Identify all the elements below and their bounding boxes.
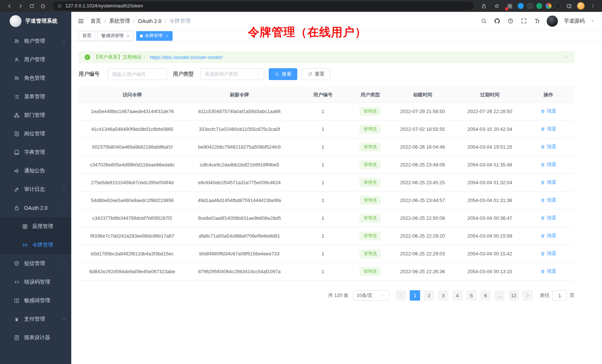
force-logout-button[interactable]: 强退 [540, 161, 556, 168]
share-icon[interactable] [479, 1, 488, 10]
user-name[interactable]: 芋道源码 [564, 18, 585, 24]
page-button[interactable]: 6 [480, 290, 491, 301]
tab-token-management[interactable]: 令牌管理 [136, 31, 173, 41]
fullscreen-icon[interactable] [520, 17, 527, 25]
breadcrumb-item-home[interactable]: 首页 [91, 18, 101, 24]
sidebar-item-label: 审计日志 [24, 186, 45, 193]
col-refresh-token: 刷新令牌 [186, 87, 293, 103]
page-button[interactable]: 4 [452, 290, 462, 301]
extension-icon[interactable] [546, 3, 552, 9]
sidebar-item[interactable]: 敏感词管理 [0, 291, 71, 310]
sidebar-item-label: 通知公告 [24, 168, 45, 174]
sidebar-item[interactable]: 令牌管理 [0, 236, 71, 254]
bookmark-star-icon[interactable] [492, 1, 501, 10]
sidebar-collapse-icon[interactable] [71, 12, 91, 30]
page-ellipsis-button[interactable]: ... [494, 290, 505, 301]
cell-actions: 强退 [522, 227, 575, 245]
user-icon [13, 57, 20, 63]
force-logout-button[interactable]: 强退 [540, 268, 556, 275]
sidebar-item[interactable]: 通知公告 [0, 162, 71, 180]
goto-page-input[interactable] [552, 290, 567, 301]
user-avatar[interactable] [547, 16, 558, 27]
cell-created-time: 2022-06-26 18:04:46 [387, 138, 457, 156]
page-button[interactable]: 3 [438, 290, 448, 301]
sidebar-item[interactable]: 角色管理 [0, 69, 71, 87]
alert-close-icon[interactable] [564, 55, 569, 60]
page-size-select[interactable]: 10条/页 [353, 290, 389, 301]
page-button[interactable]: 12 [508, 290, 519, 301]
sidebar-item[interactable]: 短信管理 [0, 254, 71, 273]
sidebar-item[interactable]: 菜单管理 [0, 87, 71, 106]
col-actions: 操作 [522, 87, 575, 103]
user-type-select[interactable]: 请选择用户类型 [200, 68, 264, 80]
page-size-value: 10条/页 [357, 292, 372, 299]
docs-link[interactable]: https://doc.iocoder.cn/user-center/ [150, 54, 223, 60]
trash-icon [540, 269, 545, 274]
sidebar-item[interactable]: 字典管理 [0, 143, 71, 162]
app-logo[interactable]: 芋道管理系统 [0, 12, 71, 30]
extension-icon[interactable] [536, 3, 542, 9]
tab-home[interactable]: 首页 [79, 31, 95, 41]
extension-icon[interactable] [505, 1, 514, 10]
sidebar-item[interactable]: 用户管理 [0, 50, 71, 69]
search-icon[interactable] [480, 17, 487, 25]
github-icon[interactable] [493, 17, 501, 25]
user-id-input[interactable] [108, 68, 167, 80]
browser-menu-icon[interactable] [588, 1, 598, 10]
sidebar-item[interactable]: 审计日志 [0, 180, 71, 199]
search-button[interactable]: 搜索 [269, 68, 297, 80]
close-icon[interactable] [126, 34, 130, 38]
page-button[interactable]: 1 [410, 290, 420, 301]
force-logout-button[interactable]: 强退 [540, 108, 556, 115]
force-logout-button[interactable]: 强退 [540, 179, 556, 186]
sidebar-item[interactable]: 错误码管理 [0, 273, 71, 291]
sidebar-item[interactable]: 应用管理 [0, 217, 71, 236]
force-logout-button[interactable]: 强退 [540, 232, 556, 239]
cell-access-token: f9336e7c7dd242a283ee98dc86b17a87 [79, 227, 186, 245]
sidebar-item[interactable]: OAuth 2.0 [0, 199, 71, 217]
site-info-icon[interactable] [57, 4, 62, 9]
page-button[interactable]: 2 [424, 290, 434, 301]
user-id-value: 1 [321, 198, 324, 203]
columns-icon [13, 298, 20, 304]
extension-icon[interactable] [518, 3, 524, 9]
browser-back-icon[interactable] [4, 1, 14, 10]
browser-profile-avatar[interactable] [577, 2, 585, 10]
force-logout-button[interactable]: 强退 [540, 143, 556, 150]
sidebar-item[interactable]: 租户管理 [0, 32, 71, 50]
force-logout-button[interactable]: 强退 [540, 215, 556, 221]
sidebar-item[interactable]: ¥支付管理 [0, 310, 71, 328]
reset-button[interactable]: 重置 [302, 68, 330, 80]
trash-icon [540, 162, 545, 167]
expire-time-value: 2022-07-29 22:28:50 [467, 109, 512, 114]
cell-refresh-token: 333ecfc71e02480cb11055c875c3ca0f [186, 120, 293, 138]
extension-icon[interactable] [527, 3, 533, 9]
sidebar-item[interactable]: 岗位管理 [0, 125, 71, 143]
cell-expire-time: 2054-03-04 19:51:25 [457, 138, 522, 156]
split-view-icon[interactable] [564, 1, 574, 10]
signal-icon [22, 242, 28, 248]
browser-reload-icon[interactable] [27, 1, 36, 10]
browser-home-icon[interactable] [38, 1, 48, 10]
sidebar-item[interactable]: 部门管理 [0, 106, 71, 125]
extension-icon[interactable] [555, 3, 561, 9]
next-page-button[interactable] [523, 290, 533, 301]
chevron-down-icon[interactable] [590, 19, 595, 23]
table-row: c347026e805e4d99b0d116eae66eda8c cdfc4ce… [79, 156, 575, 174]
browser-forward-icon[interactable] [16, 1, 25, 10]
access-token-value: c342377bf8b344799dcbf7bf095287f2 [92, 215, 172, 221]
help-icon[interactable] [507, 17, 514, 25]
cell-user-type: 管理员 [353, 227, 387, 245]
force-logout-button[interactable]: 强退 [540, 250, 556, 257]
breadcrumb-item-oauth[interactable]: OAuth 2.0 [138, 18, 161, 24]
page-button[interactable]: 5 [466, 290, 477, 301]
tab-sensitive-words[interactable]: 敏感词管理 [98, 31, 134, 41]
address-bar[interactable]: 127.0.0.1:1024/system/oauth2/token [53, 1, 474, 10]
font-size-icon[interactable] [533, 17, 541, 25]
force-logout-button[interactable]: 强退 [540, 197, 556, 203]
prev-page-button[interactable] [396, 290, 406, 301]
sidebar-item[interactable]: 报表设计器 [0, 328, 71, 347]
force-logout-button[interactable]: 强退 [540, 126, 556, 132]
breadcrumb-item-system[interactable]: 系统管理 [109, 18, 130, 24]
close-icon[interactable] [165, 34, 169, 38]
